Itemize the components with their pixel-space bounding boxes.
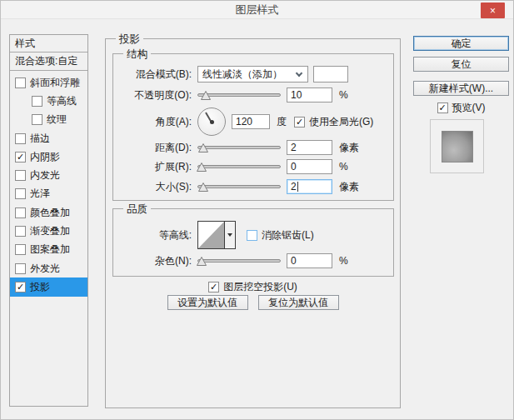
sidebar-item-label: 图案叠加: [30, 242, 70, 257]
slider-track[interactable]: [197, 146, 281, 149]
distance-value: 2: [291, 142, 297, 153]
quality-group: 品质 等高线: 消除锯齿(L) 杂色(N): 0 %: [112, 208, 394, 277]
global-light-checkbox[interactable]: ✓: [294, 117, 305, 128]
new-style-button[interactable]: 新建样式(W)...: [413, 81, 509, 96]
sidebar-item-label: 斜面和浮雕: [30, 76, 80, 90]
sidebar-item-label: 描边: [30, 132, 50, 146]
sidebar-item[interactable]: 渐变叠加: [10, 222, 87, 240]
spread-input[interactable]: 0: [287, 159, 332, 174]
sidebar-item[interactable]: 内发光: [10, 166, 87, 184]
style-checkbox[interactable]: [15, 244, 26, 255]
noise-slider[interactable]: [197, 255, 281, 268]
preview-checkbox[interactable]: ✓: [437, 102, 448, 113]
style-checkbox[interactable]: [15, 263, 26, 274]
slider-thumb[interactable]: [201, 91, 211, 100]
sidebar-item[interactable]: 光泽: [10, 185, 87, 203]
style-checkbox[interactable]: ✓: [15, 152, 26, 162]
layer-style-dialog: 图层样式 × 样式 混合选项:自定 斜面和浮雕 等高线 纹理 描边 ✓ 内阴影: [0, 0, 514, 420]
style-checkbox[interactable]: ✓: [15, 282, 26, 292]
set-default-label: 设置为默认值: [177, 296, 237, 310]
noise-input[interactable]: 0: [287, 253, 332, 268]
noise-row: 杂色(N): 0 %: [113, 252, 393, 269]
antialias-checkbox[interactable]: [247, 230, 257, 241]
angle-input[interactable]: 120: [232, 114, 270, 129]
style-checkbox[interactable]: [15, 208, 26, 218]
contour-row: 等高线: 消除锯齿(L): [113, 219, 393, 251]
knockout-checkbox[interactable]: ✓: [208, 282, 219, 292]
slider-thumb[interactable]: [197, 257, 207, 266]
preview-effect-swatch: [442, 131, 473, 162]
reset-label: 复位: [452, 58, 472, 72]
reset-default-button[interactable]: 复位为默认值: [258, 295, 339, 310]
spread-row: 扩展(R): 0 %: [113, 158, 393, 175]
distance-input[interactable]: 2: [287, 140, 332, 155]
style-checkbox[interactable]: [15, 188, 26, 199]
style-checkbox[interactable]: [15, 78, 26, 88]
drop-shadow-panel: 投影 结构 混合模式(B): 线性减淡（添加） 不透明度(O): 10: [105, 38, 401, 408]
sidebar-item[interactable]: 颜色叠加: [10, 203, 87, 222]
close-button[interactable]: ×: [481, 2, 505, 18]
distance-slider[interactable]: [197, 142, 281, 154]
opacity-value: 10: [291, 89, 302, 101]
sidebar-item-label: 内阴影: [30, 150, 60, 164]
sidebar-item[interactable]: 描边: [10, 129, 87, 148]
new-style-label: 新建样式(W)...: [429, 82, 493, 96]
slider-track[interactable]: [197, 165, 281, 168]
set-default-button[interactable]: 设置为默认值: [167, 295, 248, 310]
defaults-row: 设置为默认值 复位为默认值: [106, 295, 400, 310]
size-input[interactable]: 2: [287, 179, 332, 194]
opacity-input[interactable]: 10: [287, 88, 332, 102]
style-checkbox[interactable]: [15, 226, 26, 237]
size-slider[interactable]: [197, 181, 281, 193]
structure-group: 结构 混合模式(B): 线性减淡（添加） 不透明度(O): 10 %: [112, 53, 394, 201]
spread-slider[interactable]: [197, 161, 281, 173]
style-list: 斜面和浮雕 等高线 纹理 描边 ✓ 内阴影 内发光 光泽 颜色叠加 渐变叠加: [10, 71, 87, 297]
styles-header: 样式: [10, 35, 87, 52]
sidebar-item-label: 光泽: [30, 187, 50, 201]
size-row: 大小(S): 2 像素: [113, 178, 393, 196]
sidebar-item[interactable]: 等高线: [10, 92, 87, 110]
slider-thumb[interactable]: [198, 143, 208, 152]
sidebar-item[interactable]: 斜面和浮雕: [10, 73, 87, 92]
angle-center-dot: [210, 120, 214, 124]
sidebar-item-label: 外发光: [30, 262, 60, 276]
styles-panel: 样式 混合选项:自定 斜面和浮雕 等高线 纹理 描边 ✓ 内阴影 内发光 光泽: [9, 34, 88, 407]
slider-thumb[interactable]: [197, 162, 207, 172]
slider-track[interactable]: [197, 185, 281, 188]
sidebar-item[interactable]: 外发光: [10, 259, 87, 278]
sidebar-item[interactable]: 图案叠加: [10, 241, 87, 259]
contour-arrow-button[interactable]: [225, 222, 235, 248]
window-title: 图层样式: [236, 2, 279, 18]
opacity-slider[interactable]: [197, 89, 281, 102]
preview-row: ✓ 预览(V): [413, 101, 509, 115]
chevron-down-icon: [296, 70, 302, 77]
distance-row: 距离(D): 2 像素: [113, 139, 393, 156]
slider-track[interactable]: [197, 259, 281, 262]
opacity-unit: %: [339, 89, 348, 101]
opacity-label: 不透明度(O):: [118, 88, 192, 102]
sidebar-item[interactable]: ✓ 内阴影: [10, 148, 87, 166]
sidebar-item[interactable]: 纹理: [10, 111, 87, 129]
sidebar-item-label: 颜色叠加: [30, 206, 70, 220]
sidebar-item[interactable]: ✓ 投影: [10, 278, 87, 296]
style-checkbox[interactable]: [15, 170, 26, 181]
blend-mode-select[interactable]: 线性减淡（添加）: [197, 66, 308, 82]
ok-button[interactable]: 确定: [413, 36, 509, 51]
spread-unit: %: [339, 161, 348, 172]
antialias-label: 消除锯齿(L): [262, 228, 314, 242]
reset-button[interactable]: 复位: [413, 57, 509, 72]
size-value: 2: [291, 181, 297, 192]
contour-thumbnail[interactable]: [198, 222, 225, 248]
triangle-down-icon: [227, 233, 232, 237]
style-checkbox[interactable]: [32, 96, 42, 107]
contour-picker[interactable]: [197, 221, 236, 249]
spread-label: 扩展(R):: [118, 160, 192, 174]
style-checkbox[interactable]: [32, 114, 42, 125]
contour-label: 等高线:: [118, 228, 192, 242]
noise-label: 杂色(N):: [118, 254, 192, 268]
blending-options-item[interactable]: 混合选项:自定: [10, 52, 87, 71]
style-checkbox[interactable]: [15, 133, 26, 144]
shadow-color-swatch[interactable]: [313, 66, 348, 82]
slider-thumb[interactable]: [198, 182, 208, 192]
angle-dial[interactable]: [197, 108, 226, 136]
